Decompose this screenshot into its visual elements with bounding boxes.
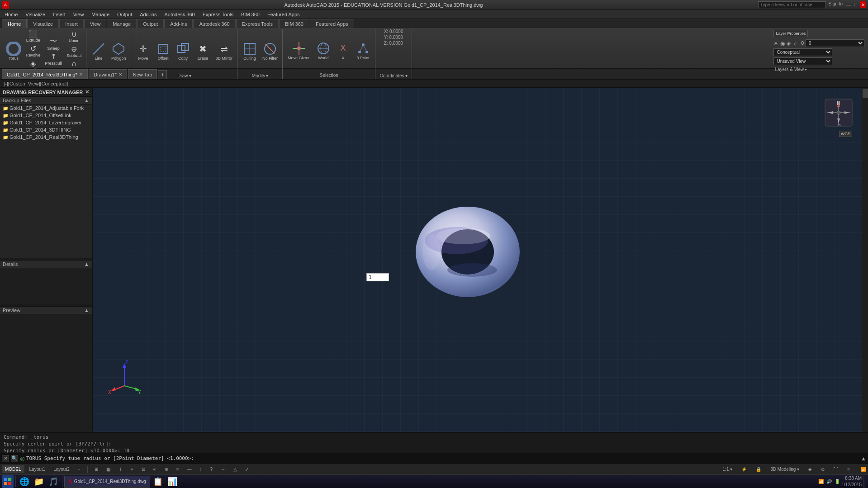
move-button[interactable]: ✛ Move — [134, 41, 152, 62]
list-item[interactable]: 📁 Gold1_CP_2014_Adjustable Fork — [0, 104, 92, 112]
3point-button[interactable]: 3 Point — [354, 40, 372, 61]
command-search-button[interactable]: 🔍 — [11, 455, 18, 462]
menu-addins[interactable]: Add-ins — [136, 10, 160, 19]
presspull-button[interactable]: ⤒ Presspull — [44, 52, 63, 66]
ribbon-tab-manage[interactable]: Manage — [107, 19, 137, 28]
menu-home[interactable]: Home — [1, 10, 21, 19]
extrude-button[interactable]: ⬛ Extrude — [24, 29, 42, 43]
polar-button[interactable]: ⌖ — [128, 465, 137, 474]
menu-view[interactable]: View — [70, 10, 88, 19]
annotation-scale-lock[interactable]: 🔒 — [753, 465, 764, 473]
ribbon-tab-autodesk360[interactable]: Autodesk 360 — [193, 19, 235, 28]
ribbon-tab-bim360[interactable]: BIM 360 — [279, 19, 309, 28]
new-tab-button[interactable]: + — [158, 70, 167, 79]
list-item[interactable]: 📁 Gold1_CP_2014_Real3DThing — [0, 133, 92, 141]
preview-collapse-icon[interactable]: ▲ — [84, 308, 89, 313]
tab-gold1-real3dthing[interactable]: Gold1_CP_2014_Real3DThing* ✕ — [2, 69, 88, 79]
visual-style-select[interactable]: Conceptual — [773, 48, 832, 56]
customize-button[interactable]: ≡ — [844, 465, 853, 473]
hardware-accel[interactable]: ◈ — [805, 465, 815, 473]
viewport[interactable]: N 85 WCS Z X — [93, 88, 868, 432]
gizmo-button[interactable]: ⤢ — [242, 465, 252, 473]
viewport-scrollbar[interactable] — [862, 88, 868, 432]
menu-featuredapps[interactable]: Featured Apps — [264, 10, 304, 19]
taskbar-autocad-button[interactable]: A Gold1_CP_2014_Real3DThing.dwg — [64, 476, 150, 488]
menu-autodesk360[interactable]: Autodesk 360 — [161, 10, 198, 19]
model-tab-button[interactable]: MODEL — [2, 465, 24, 473]
taskbar-notepad-button[interactable]: 📋 — [151, 475, 165, 488]
otrack-button[interactable]: ∞ — [150, 465, 160, 473]
lweight-button[interactable]: — — [184, 465, 195, 473]
panel-close-icon[interactable]: ✕ — [85, 89, 89, 95]
ortho-button[interactable]: ⊤ — [115, 465, 126, 473]
snap-button[interactable]: ⊞ — [91, 465, 101, 473]
details-collapse-icon[interactable]: ▲ — [84, 261, 89, 267]
maximize-button[interactable]: □ — [853, 1, 859, 8]
taskbar-ie-button[interactable]: 🌐 — [18, 475, 31, 488]
backup-files-collapse-icon[interactable]: ▲ — [84, 98, 89, 103]
torus-button[interactable]: Torus — [5, 41, 23, 62]
nofilter-button[interactable]: No Filter — [261, 41, 280, 62]
offset-button[interactable]: Offset — [154, 41, 172, 62]
command-expand-icon[interactable]: ▲ — [861, 455, 866, 462]
3dosnap-button[interactable]: △ — [230, 465, 240, 473]
subtract-button[interactable]: ⊖ Subtract — [65, 44, 84, 58]
copy-button[interactable]: Copy — [174, 41, 192, 62]
ribbon-tab-insert[interactable]: Insert — [59, 19, 84, 28]
menu-manage[interactable]: Manage — [88, 10, 113, 19]
taskbar-powerpoint-button[interactable]: 📊 — [166, 475, 179, 488]
tab-drawing1[interactable]: Drawing1* ✕ — [89, 69, 127, 79]
line-button[interactable]: Line — [90, 41, 108, 62]
workspace-switcher[interactable]: 3D Modeling ▾ — [767, 465, 802, 473]
osnap-button[interactable]: ⊡ — [138, 465, 148, 473]
tpmode-button[interactable]: ↕ — [197, 465, 205, 473]
new-layout-button[interactable]: + — [75, 465, 84, 473]
tab-newtab[interactable]: New Tab — [128, 69, 157, 79]
layer-properties-button[interactable]: Layer Properties — [773, 30, 808, 37]
revolve-button[interactable]: ↺ Revolve — [24, 44, 42, 58]
list-item[interactable]: 📁 Gold1_CP_2014_3DTHING — [0, 126, 92, 133]
coordinates-group-label[interactable]: Coordinates ▾ — [379, 73, 409, 79]
taskbar-media-button[interactable]: 🎵 — [47, 475, 60, 488]
menu-bim360[interactable]: BIM 360 — [237, 10, 263, 19]
close-button[interactable]: ✕ — [860, 1, 866, 8]
view-select[interactable]: Unsaved View — [773, 57, 832, 65]
list-item[interactable]: 📁 Gold1_CP_2014_OffsetLink — [0, 112, 92, 119]
torus-value-input[interactable] — [369, 274, 387, 280]
start-button[interactable] — [2, 475, 14, 488]
dyn-button[interactable]: ≡ — [173, 465, 182, 473]
movegizmo-button[interactable]: Move Gizmo — [286, 40, 313, 61]
taskbar-explorer-button[interactable]: 📁 — [32, 475, 46, 488]
layout1-tab-button[interactable]: Layout1 — [26, 465, 49, 473]
minimize-button[interactable]: — — [845, 1, 852, 8]
show-desktop-button[interactable] — [863, 476, 866, 488]
search-input[interactable] — [758, 1, 826, 8]
culling-button[interactable]: Culling — [241, 41, 259, 62]
annotation-visibility[interactable]: ⚡ — [738, 465, 750, 473]
erase-button[interactable]: ✖ Erase — [194, 41, 212, 62]
ribbon-tab-addins[interactable]: Add-ins — [164, 19, 193, 28]
command-cancel-button[interactable]: ✕ — [2, 455, 9, 462]
ribbon-tab-home[interactable]: Home — [2, 19, 27, 28]
sweep-button[interactable]: 〜 Sweep — [44, 36, 63, 51]
menu-visualize[interactable]: Visualize — [22, 10, 49, 19]
annotation-scale[interactable]: 1:1 ▾ — [720, 465, 736, 473]
layer-select[interactable]: 0 — [806, 39, 864, 47]
tab-close-2[interactable]: ✕ — [119, 72, 122, 77]
menu-insert[interactable]: Insert — [49, 10, 69, 19]
modify-group-label[interactable]: Modify ▾ — [251, 73, 270, 79]
command-input-box[interactable] — [366, 273, 389, 281]
union-button[interactable]: ∪ Union — [65, 29, 84, 43]
scrollbar-thumb[interactable] — [863, 89, 868, 98]
draw-group-label[interactable]: Draw ▾ — [176, 73, 192, 79]
ducs-button[interactable]: ⊕ — [161, 465, 171, 473]
world-button[interactable]: World — [314, 40, 332, 61]
isolate-objects[interactable]: ⊙ — [818, 465, 828, 473]
qpmode-button[interactable]: ? — [207, 465, 216, 473]
3dmirror-button[interactable]: ⇌ 3D Mirror — [214, 41, 235, 62]
layout2-tab-button[interactable]: Layout2 — [50, 465, 73, 473]
ribbon-tab-view[interactable]: View — [84, 19, 107, 28]
ribbon-tab-visualize[interactable]: Visualize — [27, 19, 59, 28]
ribbon-tab-output[interactable]: Output — [137, 19, 164, 28]
menu-output[interactable]: Output — [114, 10, 136, 19]
